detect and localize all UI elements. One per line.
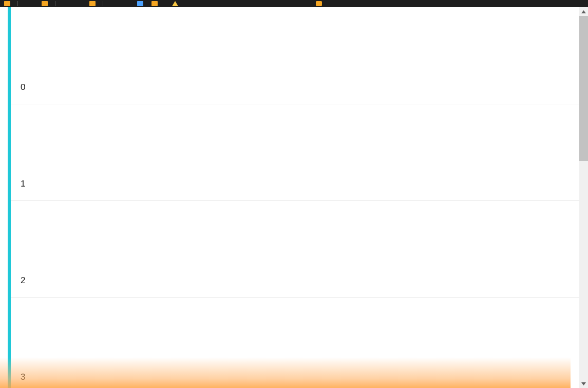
toolbar-icon-placeholder-5[interactable]: [151, 1, 158, 6]
toolbar-separator: [103, 1, 103, 6]
svg-rect-4: [151, 1, 158, 6]
svg-rect-2: [89, 1, 96, 6]
svg-rect-3: [137, 1, 143, 6]
vertical-scrollbar[interactable]: [579, 7, 588, 388]
toolbar-icon-placeholder-7[interactable]: [316, 1, 322, 6]
svg-rect-0: [4, 1, 10, 6]
cells-wrapper: 0 1 2 3: [11, 7, 579, 388]
cell-index-label: 0: [21, 82, 25, 93]
svg-rect-1: [42, 1, 48, 6]
cell-row[interactable]: 0: [11, 7, 579, 104]
scroll-up-arrow-icon[interactable]: [579, 7, 588, 16]
cell-row[interactable]: 2: [11, 201, 579, 298]
cell-row[interactable]: 3: [11, 298, 579, 388]
cell-index-label: 2: [21, 275, 25, 286]
toolbar-icon-placeholder-2[interactable]: [42, 1, 48, 6]
scrollbar-thumb[interactable]: [579, 16, 588, 161]
scrollbar-track[interactable]: [579, 16, 588, 379]
toolbar: [0, 0, 588, 7]
toolbar-icon-placeholder-3[interactable]: [89, 1, 96, 6]
toolbar-icon-placeholder-1[interactable]: [4, 1, 10, 6]
toolbar-separator: [17, 1, 18, 6]
svg-rect-5: [316, 1, 322, 6]
toolbar-separator: [55, 1, 55, 6]
scroll-down-arrow-icon[interactable]: [579, 379, 588, 388]
cell-index-label: 1: [21, 179, 25, 189]
cell-row[interactable]: 1: [11, 104, 579, 201]
cell-index-label: 3: [21, 372, 25, 382]
toolbar-icon-placeholder-4[interactable]: [137, 1, 143, 6]
toolbar-icon-placeholder-6[interactable]: [172, 1, 178, 6]
content-container: 0 1 2 3: [0, 7, 588, 388]
content-area: 0 1 2 3: [0, 7, 579, 388]
